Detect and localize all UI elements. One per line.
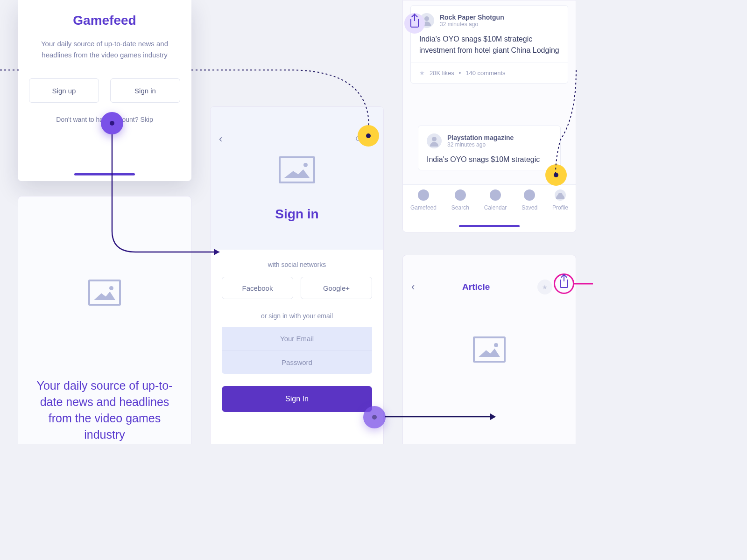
feed-source: Playstation magazine (447, 134, 514, 141)
back-icon[interactable]: ‹ (411, 281, 415, 293)
tab-bar: Gamefeed Search Calendar Saved Profile (403, 184, 576, 232)
image-placeholder-icon (279, 156, 315, 183)
feed-time: 32 minutes ago (440, 21, 504, 28)
social-prompt: with social networks (222, 261, 372, 268)
share-icon (560, 280, 568, 288)
image-placeholder-icon (473, 336, 506, 363)
welcome-screen: Gamefeed Your daily source of up-to-date… (18, 0, 191, 181)
article-screen: ‹ Article ★ (402, 255, 576, 444)
likes-count: 28K likes (430, 70, 454, 77)
email-prompt: or sign in with your email (222, 312, 372, 320)
feed-headline: India's OYO snags $10M strategic investm… (419, 34, 559, 56)
onboarding-tagline: Your daily source of up-to-date news and… (32, 378, 177, 443)
share-callout-icon (554, 273, 574, 294)
tab-icon (490, 189, 501, 201)
comments-count: 140 comments (465, 70, 505, 77)
feed-source: Rock Paper Shotgun (440, 14, 504, 21)
flow-marker-icon (363, 406, 386, 428)
image-placeholder-icon (88, 280, 121, 306)
feed-card[interactable]: Rock Paper Shotgun 32 minutes ago India'… (410, 5, 568, 84)
onboarding-screen: Your daily source of up-to-date news and… (18, 196, 191, 444)
feed-card[interactable]: Playstation magazine 32 minutes ago Indi… (418, 126, 561, 170)
home-indicator (74, 173, 135, 175)
flow-marker-icon (545, 164, 567, 186)
flow-marker-icon (358, 125, 379, 147)
signin-screen: ‹ Cover Sign in with social networks Fac… (210, 106, 384, 444)
star-icon: ★ (419, 70, 425, 77)
email-field[interactable]: Your Email (222, 327, 372, 350)
tab-label: Gamefeed (410, 204, 437, 211)
tab-label: Calendar (484, 204, 507, 211)
tab-icon (524, 189, 535, 201)
signin-title: Sign in (211, 207, 383, 222)
tab-label: Saved (521, 204, 537, 211)
flow-marker-icon (101, 112, 123, 134)
feed-screen: Rock Paper Shotgun 32 minutes ago India'… (402, 0, 576, 232)
tab-search[interactable]: Search (451, 189, 469, 211)
sign-up-button[interactable]: Sign up (29, 78, 99, 103)
app-description: Your daily source of up-to-date news and… (37, 38, 172, 61)
flow-share-badge-icon (404, 13, 425, 34)
avatar-icon (427, 133, 442, 148)
password-field[interactable]: Password (222, 350, 372, 374)
tab-gamefeed[interactable]: Gamefeed (410, 189, 437, 211)
app-title: Gamefeed (29, 13, 180, 28)
google-button[interactable]: Google+ (301, 277, 372, 299)
share-icon (410, 19, 419, 28)
signin-submit-button[interactable]: Sign In (222, 386, 372, 412)
feed-engagement: ★ 28K likes • 140 comments (411, 63, 568, 83)
tab-label: Search (451, 204, 469, 211)
tab-saved[interactable]: Saved (521, 189, 537, 211)
facebook-button[interactable]: Facebook (222, 277, 293, 299)
home-indicator (459, 225, 520, 227)
back-icon[interactable]: ‹ (219, 133, 222, 145)
tab-icon (418, 189, 429, 201)
profile-icon (555, 189, 566, 201)
article-title: Article (462, 282, 490, 292)
favorite-button[interactable]: ★ (537, 280, 552, 294)
sign-in-button[interactable]: Sign in (110, 78, 180, 103)
tab-label: Profile (552, 204, 568, 211)
tab-profile[interactable]: Profile (552, 189, 568, 211)
feed-time: 32 minutes ago (447, 141, 514, 148)
tab-calendar[interactable]: Calendar (484, 189, 507, 211)
feed-headline: India's OYO snags $10M strategic (427, 154, 552, 165)
tab-icon (455, 189, 466, 201)
